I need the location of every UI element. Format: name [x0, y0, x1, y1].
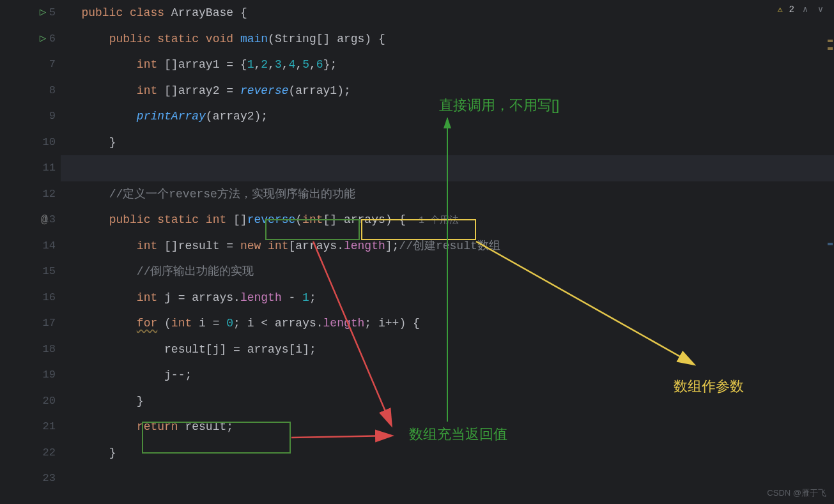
annotation-label-return: 数组充当返回值	[409, 425, 507, 444]
code-line	[61, 466, 834, 492]
watermark: CSDN @雁于飞	[767, 487, 826, 499]
gutter-line: 7	[0, 52, 56, 78]
usage-hint[interactable]: 1 个用法	[413, 215, 459, 226]
code-line: int []array1 = {1,2,3,4,5,6};	[61, 52, 834, 78]
gutter-line: 6▷	[0, 26, 56, 52]
gutter-line: 17	[0, 310, 56, 337]
gutter-line: 16	[0, 285, 56, 311]
scroll-marker[interactable]	[828, 47, 833, 50]
scrollbar-markers	[826, 0, 834, 504]
line-gutter: 5▷ 6▷ 7 8 9 10 11 12 13@ 14 15 16 17 18 …	[0, 0, 61, 504]
code-line: int j = arrays.length - 1;	[61, 285, 834, 311]
warning-count: 2	[789, 4, 794, 15]
scroll-marker[interactable]	[828, 40, 833, 42]
prev-highlight-button[interactable]: ∧	[801, 4, 810, 15]
code-line: public class ArrayBase {	[61, 0, 834, 26]
code-line: //倒序输出功能的实现	[61, 259, 834, 285]
code-line: result[j] = arrays[i];	[61, 337, 834, 363]
run-icon[interactable]: ▷	[40, 26, 46, 52]
warning-icon[interactable]: ⚠	[777, 4, 782, 15]
code-line: for (int i = 0; i < arrays.length; i++) …	[61, 310, 834, 337]
gutter-line: 13@	[0, 207, 56, 233]
gutter-line: 5▷	[0, 0, 56, 26]
run-icon[interactable]: ▷	[40, 0, 46, 26]
code-line: public static void main(String[] args) {	[61, 26, 834, 52]
gutter-line: 23	[0, 466, 56, 492]
code-line	[61, 155, 834, 181]
scroll-marker[interactable]	[828, 243, 833, 245]
annotation-label-param: 数组作参数	[674, 377, 744, 396]
gutter-line: 22	[0, 440, 56, 466]
code-line: //定义一个reverse方法，实现倒序输出的功能	[61, 181, 834, 208]
gutter-line: 18	[0, 337, 56, 363]
override-icon[interactable]: @	[41, 207, 48, 233]
gutter-line: 15	[0, 259, 56, 285]
inspection-summary: ⚠ 2 ∧ ∨	[777, 4, 825, 15]
gutter-line: 14	[0, 233, 56, 259]
code-line: int []result = new int[arrays.length];//…	[61, 233, 834, 259]
next-highlight-button[interactable]: ∨	[816, 4, 825, 15]
gutter-line: 11	[0, 155, 56, 181]
code-line: public static int []reverse(int[] arrays…	[61, 207, 834, 233]
code-line: }	[61, 130, 834, 156]
annotation-label-call: 直接调用，不用写[]	[439, 96, 559, 115]
gutter-line: 20	[0, 388, 56, 415]
gutter-line: 10	[0, 130, 56, 156]
gutter-line: 12	[0, 181, 56, 208]
gutter-line: 21	[0, 414, 56, 440]
gutter-line: 19	[0, 362, 56, 388]
gutter-line: 9	[0, 103, 56, 130]
gutter-line: 8	[0, 78, 56, 104]
